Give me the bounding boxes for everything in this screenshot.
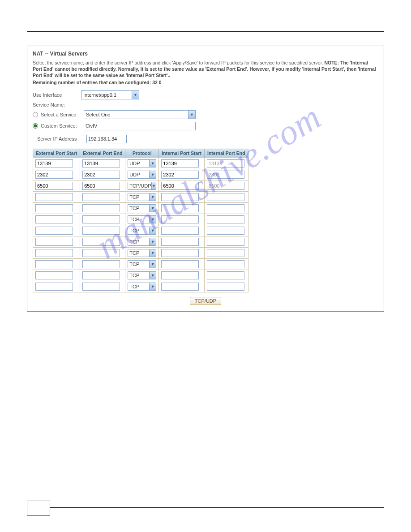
select-service-label: Select a Service: — [41, 112, 84, 117]
int-port-end-input — [207, 193, 244, 201]
table-row: TCP▼ — [33, 281, 248, 292]
int-port-start-input[interactable] — [161, 249, 199, 257]
int-port-end-input — [207, 204, 244, 212]
select-service-dropdown[interactable]: Select One ▼ — [84, 110, 196, 119]
protocol-value: TCP — [128, 284, 149, 289]
protocol-value: TCP — [128, 194, 149, 200]
ext-port-end-input[interactable] — [82, 204, 120, 212]
chevron-down-icon: ▼ — [149, 160, 156, 167]
protocol-select[interactable]: TCP▼ — [128, 283, 156, 291]
col-ext-port-start: External Port Start — [33, 149, 80, 158]
ext-port-start-input[interactable] — [35, 260, 73, 268]
ext-port-end-input[interactable] — [82, 238, 120, 246]
ext-port-start-input[interactable] — [35, 271, 73, 279]
int-port-end-input — [207, 227, 244, 235]
ext-port-start-input[interactable] — [35, 193, 73, 201]
ext-port-start-input[interactable] — [35, 283, 73, 291]
chevron-down-icon: ▼ — [132, 91, 139, 99]
custom-service-row: Custom Service: — [33, 122, 378, 130]
int-port-start-input[interactable] — [161, 171, 199, 179]
select-service-radio[interactable] — [33, 112, 38, 117]
ext-port-start-input[interactable] — [35, 238, 73, 246]
ext-port-end-input[interactable] — [82, 215, 120, 223]
chevron-down-icon: ▼ — [149, 261, 156, 268]
ext-port-end-input[interactable] — [82, 249, 120, 257]
int-port-start-input[interactable] — [161, 283, 199, 291]
ext-port-end-input[interactable] — [82, 271, 120, 279]
int-port-start-input[interactable] — [161, 182, 199, 190]
protocol-select[interactable]: UDP▼ — [128, 171, 156, 179]
int-port-end-input — [207, 271, 244, 279]
table-row: TCP▼ — [33, 225, 248, 236]
ext-port-start-input[interactable] — [35, 249, 73, 257]
chevron-down-icon: ▼ — [151, 182, 156, 189]
protocol-select[interactable]: TCP▼ — [128, 215, 156, 223]
ext-port-end-input[interactable] — [82, 227, 120, 235]
int-port-start-input[interactable] — [161, 238, 199, 246]
table-row: TCP▼ — [33, 214, 248, 225]
server-ip-input[interactable] — [86, 135, 127, 143]
ext-port-start-input[interactable] — [35, 171, 73, 179]
col-ext-port-end: External Port End — [80, 149, 125, 158]
ext-port-start-input[interactable] — [35, 215, 73, 223]
protocol-select[interactable]: TCP▼ — [128, 249, 156, 257]
protocol-select[interactable]: TCP▼ — [128, 238, 156, 246]
protocol-select[interactable]: TCP▼ — [128, 260, 156, 268]
ext-port-end-input[interactable] — [82, 260, 120, 268]
server-ip-row: Server IP Address — [37, 135, 378, 143]
tcp-udp-button[interactable]: TCP/UDP — [190, 297, 221, 305]
ext-port-start-input[interactable] — [35, 182, 73, 190]
protocol-select[interactable]: TCP▼ — [128, 204, 156, 212]
panel-title: NAT -- Virtual Servers — [33, 51, 378, 57]
ext-port-start-input[interactable] — [35, 227, 73, 235]
chevron-down-icon: ▼ — [149, 272, 156, 279]
desc-text: Select the service name, and enter the s… — [33, 60, 324, 65]
int-port-start-input[interactable] — [161, 227, 199, 235]
server-ip-label: Server IP Address — [37, 136, 86, 142]
protocol-select[interactable]: TCP/UDP▼ — [128, 182, 156, 190]
int-port-start-input[interactable] — [161, 215, 199, 223]
protocol-select[interactable]: UDP▼ — [128, 159, 156, 167]
page-top-rule — [27, 31, 384, 32]
table-row: TCP▼ — [33, 191, 248, 202]
ext-port-end-input[interactable] — [82, 283, 120, 291]
int-port-start-input[interactable] — [161, 271, 199, 279]
table-row: TCP▼ — [33, 247, 248, 258]
ext-port-end-input[interactable] — [82, 193, 120, 201]
use-interface-row: Use Interface Internet/ppp0.1 ▼ — [33, 90, 378, 99]
int-port-start-input[interactable] — [161, 260, 199, 268]
int-port-start-input[interactable] — [161, 204, 199, 212]
service-name-label-row: Service Name: — [33, 102, 378, 107]
port-table-wrap: External Port Start External Port End Pr… — [33, 149, 378, 292]
int-port-end-input — [207, 171, 244, 179]
protocol-select[interactable]: TCP▼ — [128, 227, 156, 235]
table-row: TCP▼ — [33, 236, 248, 247]
ext-port-end-input[interactable] — [82, 182, 120, 190]
protocol-select[interactable]: TCP▼ — [128, 193, 156, 201]
ext-port-start-input[interactable] — [35, 204, 73, 212]
nat-virtual-servers-panel: NAT -- Virtual Servers Select the servic… — [27, 46, 384, 312]
col-int-port-end: Internal Port End — [205, 149, 248, 158]
bottom-button-row: TCP/UDP — [33, 297, 378, 305]
custom-service-input[interactable] — [84, 122, 196, 130]
int-port-end-input — [207, 182, 244, 190]
protocol-value: UDP — [128, 172, 149, 177]
panel-description: Select the service name, and enter the s… — [33, 60, 378, 79]
chevron-down-icon: ▼ — [149, 249, 156, 257]
int-port-start-input[interactable] — [161, 159, 199, 167]
port-table: External Port Start External Port End Pr… — [33, 149, 248, 292]
int-port-start-input[interactable] — [161, 193, 199, 201]
protocol-value: TCP — [128, 217, 149, 222]
footer-rule — [50, 507, 384, 508]
use-interface-select[interactable]: Internet/ppp0.1 ▼ — [81, 90, 139, 99]
use-interface-label: Use Interface — [33, 92, 81, 98]
custom-service-radio[interactable] — [33, 123, 38, 129]
ext-port-end-input[interactable] — [82, 159, 120, 167]
protocol-value: UDP — [128, 161, 149, 166]
col-int-port-start: Internal Port Start — [159, 149, 205, 158]
ext-port-end-input[interactable] — [82, 171, 120, 179]
chevron-down-icon: ▼ — [149, 193, 156, 201]
ext-port-start-input[interactable] — [35, 159, 73, 167]
protocol-select[interactable]: TCP▼ — [128, 271, 156, 279]
table-header-row: External Port Start External Port End Pr… — [33, 149, 248, 158]
